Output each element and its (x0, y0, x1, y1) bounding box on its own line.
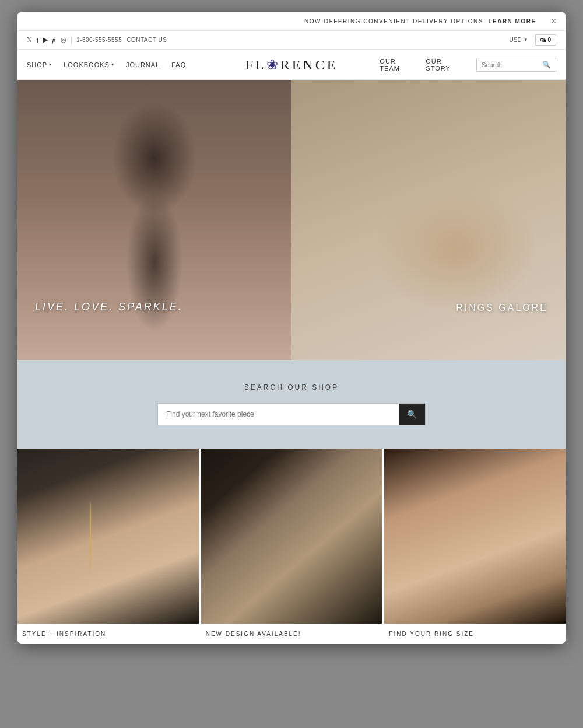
style-inspiration-caption: STYLE + INSPIRATION (17, 624, 199, 644)
chevron-down-icon: ▾ (49, 62, 52, 67)
new-design-caption: NEW DESIGN AVAILABLE! (201, 624, 382, 644)
search-section-bar: 🔍 (157, 403, 426, 425)
new-design-image (201, 449, 382, 624)
nav-journal-label: JOURNAL (126, 61, 160, 68)
utility-right: USD ▼ 🛍 0 (510, 34, 556, 46)
utility-bar: 𝕏 f ▶ 𝒑 ◎ 1-800-555-5555 CONTACT US USD … (17, 31, 566, 50)
ring-size-image (384, 449, 566, 624)
nav-faq[interactable]: FAQ (171, 61, 186, 68)
hero-right-text: RINGS GALORE (456, 303, 548, 313)
hero-left-text: LIVE. LOVE. SPARKLE. (35, 301, 183, 313)
announcement-bar: NOW OFFERING CONVENIENT DELIVERY OPTIONS… (17, 12, 566, 31)
announcement-close-button[interactable]: × (552, 16, 556, 26)
instagram-icon[interactable]: ◎ (61, 36, 66, 44)
search-section: SEARCH OUR SHOP 🔍 (17, 360, 566, 449)
shop-search-button[interactable]: 🔍 (399, 404, 425, 425)
hero-left-panel[interactable]: LIVE. LOVE. SPARKLE. (17, 80, 292, 360)
divider (71, 37, 72, 44)
site-logo[interactable]: FL❀RENCE (203, 57, 380, 73)
nav-search-input[interactable] (482, 61, 540, 68)
nav-search-box: 🔍 (476, 58, 556, 72)
currency-label: USD (510, 37, 522, 43)
youtube-icon[interactable]: ▶ (43, 36, 48, 44)
ring-size-caption: FIND YOUR RING SIZE (384, 624, 566, 644)
logo-flower: ❀ (266, 57, 280, 72)
announcement-text: NOW OFFERING CONVENIENT DELIVERY OPTIONS… (289, 18, 552, 24)
nav-shop-label: SHOP (27, 61, 47, 68)
nav-left: SHOP ▾ LOOKBOOKS ▾ JOURNAL FAQ (27, 61, 203, 68)
nav-right: OUR TEAM OUR STORY 🔍 (380, 58, 556, 72)
phone-number: 1-800-555-5555 (76, 37, 122, 43)
chevron-down-icon: ▾ (111, 62, 114, 67)
hero-woman-image (17, 80, 292, 360)
hero-hand-image (292, 80, 566, 360)
announcement-message: NOW OFFERING CONVENIENT DELIVERY OPTIONS… (304, 18, 486, 24)
grid-item-ring-size[interactable]: FIND YOUR RING SIZE (382, 449, 566, 644)
main-nav: SHOP ▾ LOOKBOOKS ▾ JOURNAL FAQ FL❀RENCE … (17, 50, 566, 80)
nav-our-story[interactable]: OUR STORY (426, 58, 467, 72)
hero-right-panel[interactable]: RINGS GALORE (292, 80, 566, 360)
twitter-icon[interactable]: 𝕏 (27, 36, 32, 44)
nav-shop[interactable]: SHOP ▾ (27, 61, 52, 68)
nav-faq-label: FAQ (171, 61, 186, 68)
browser-window: NOW OFFERING CONVENIENT DELIVERY OPTIONS… (17, 12, 566, 644)
nav-journal[interactable]: JOURNAL (126, 61, 160, 68)
facebook-icon[interactable]: f (37, 37, 38, 44)
nav-lookbooks[interactable]: LOOKBOOKS ▾ (64, 61, 114, 68)
currency-selector[interactable]: USD ▼ (510, 37, 528, 43)
style-inspiration-image (17, 449, 199, 624)
contact-link[interactable]: CONTACT US (127, 37, 167, 43)
grid-item-style[interactable]: STYLE + INSPIRATION (17, 449, 199, 644)
grid-item-design[interactable]: NEW DESIGN AVAILABLE! (199, 449, 382, 644)
chevron-down-icon: ▼ (524, 37, 528, 43)
search-section-title: SEARCH OUR SHOP (29, 383, 554, 391)
nav-our-team[interactable]: OUR TEAM (380, 58, 416, 72)
cart-button[interactable]: 🛍 0 (535, 34, 556, 46)
social-links: 𝕏 f ▶ 𝒑 ◎ 1-800-555-5555 CONTACT US (27, 36, 167, 44)
pinterest-icon[interactable]: 𝒑 (52, 36, 56, 44)
bottom-grid: STYLE + INSPIRATION NEW DESIGN AVAILABLE… (17, 449, 566, 644)
shop-search-input[interactable] (158, 404, 399, 425)
hero-section: LIVE. LOVE. SPARKLE. RINGS GALORE (17, 80, 566, 360)
announcement-cta[interactable]: LEARN MORE (488, 18, 536, 24)
cart-count: 0 (547, 37, 551, 43)
nav-lookbooks-label: LOOKBOOKS (64, 61, 110, 68)
nav-search-button[interactable]: 🔍 (542, 61, 551, 69)
